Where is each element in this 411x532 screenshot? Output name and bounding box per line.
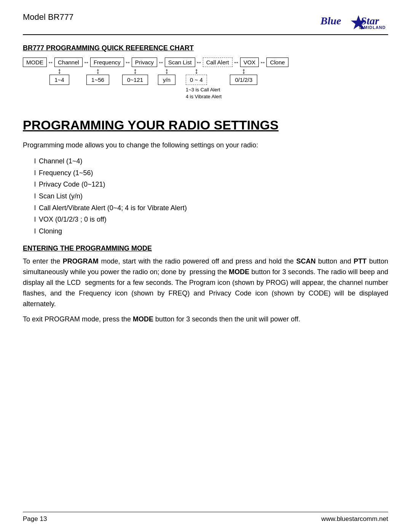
list-item-text: Frequency (1~56) xyxy=(39,167,93,179)
call-alert-note: 1~3 is Call Alert 4 is Vibrate Alert xyxy=(186,86,221,100)
val-box-vox: 0/1/2/3 xyxy=(230,75,257,85)
page-wrapper: Model BR777 Blue Star By MIDLAND BR777 P… xyxy=(0,0,411,532)
entering-heading: ENTERING THE PROGRAMMING MODE xyxy=(23,244,388,252)
val-col-frequency: ↕ 1~56 xyxy=(81,67,115,85)
footer-page: Page 13 xyxy=(23,515,47,523)
list-item-text: Call Alert/Vibrate Alert (0~4; 4 is for … xyxy=(39,202,187,214)
call-alert-note-line2: 4 is Vibrate Alert xyxy=(186,94,221,99)
flow-arrow-7: ↔ xyxy=(259,59,266,66)
intro-paragraph: Programming mode allows you to change th… xyxy=(23,140,388,151)
chart-title: BR777 PROGRAMMING QUICK REFERENCE CHART xyxy=(23,44,388,52)
list-item-text: Scan List (y/n) xyxy=(39,190,83,202)
flow-arrow-3: ↔ xyxy=(124,59,132,66)
flow-top-row: MODE ↔ Channel ↔ Frequency ↔ Privacy ↔ S… xyxy=(23,58,388,67)
list-item: VOX (0/1/2/3 ; 0 is off) xyxy=(34,214,388,225)
flow-box-scanlist: Scan List xyxy=(165,58,195,67)
val-col-callalert: ↕ 0 ~ 4 1~3 is Call Alert 4 is Vibrate A… xyxy=(186,67,221,100)
flow-box-mode: MODE xyxy=(23,58,47,67)
bold-ptt: PTT xyxy=(354,257,366,265)
val-box-frequency: 1~56 xyxy=(86,75,109,85)
val-box-privacy: 0~121 xyxy=(122,75,148,85)
list-item: Scan List (y/n) xyxy=(34,190,388,202)
logo-area: Blue Star By MIDLAND xyxy=(320,12,388,32)
flow-arrow-1: ↔ xyxy=(47,59,54,66)
svg-text:MIDLAND: MIDLAND xyxy=(364,25,386,30)
flow-arrow-5: ↔ xyxy=(195,59,203,66)
bold-scan: SCAN xyxy=(296,257,315,265)
val-box-scanlist: y/n xyxy=(158,75,175,85)
flow-box-vox: VOX xyxy=(240,58,259,67)
val-col-channel: ↕ 1~4 xyxy=(44,67,75,85)
list-item-text: VOX (0/1/2/3 ; 0 is off) xyxy=(39,214,107,225)
header: Model BR777 Blue Star By MIDLAND xyxy=(23,12,388,32)
chart-section: BR777 PROGRAMMING QUICK REFERENCE CHART … xyxy=(23,44,388,104)
val-col-scanlist: ↕ y/n xyxy=(153,67,180,85)
list-item: Privacy Code (0~121) xyxy=(34,179,388,190)
entering-section: ENTERING THE PROGRAMMING MODE To enter t… xyxy=(23,243,388,329)
list-item-text: Cloning xyxy=(39,225,62,237)
list-item: Channel (1~4) xyxy=(34,155,388,167)
val-box-channel: 1~4 xyxy=(49,75,69,85)
val-col-vox: ↕ 0/1/2/3 xyxy=(230,67,257,85)
flow-diagram: MODE ↔ Channel ↔ Frequency ↔ Privacy ↔ S… xyxy=(23,58,388,100)
list-item: Cloning xyxy=(34,225,388,237)
bold-program: PROGRAM xyxy=(63,257,99,265)
flow-box-channel: Channel xyxy=(54,58,83,67)
flow-box-callalert: Call Alert xyxy=(203,58,233,67)
list-item: Frequency (1~56) xyxy=(34,167,388,179)
main-heading: PROGRAMMING YOUR RADIO SETTINGS xyxy=(23,118,388,133)
flow-arrow-2: ↔ xyxy=(83,59,90,66)
val-col-privacy: ↕ 0~121 xyxy=(121,67,149,85)
bold-mode-2: MODE xyxy=(133,315,153,323)
svg-text:Blue: Blue xyxy=(320,15,341,27)
call-alert-note-line1: 1~3 is Call Alert xyxy=(186,87,220,93)
footer-website: www.bluestarcomm.net xyxy=(321,515,388,523)
flow-box-clone: Clone xyxy=(266,58,288,67)
flow-box-privacy: Privacy xyxy=(132,58,157,67)
entering-paragraph2: To exit PROGRAM mode, press the MODE but… xyxy=(23,314,388,325)
brand-logo: Blue Star By MIDLAND xyxy=(320,12,388,32)
bullet-list: Channel (1~4) Frequency (1~56) Privacy C… xyxy=(34,155,388,237)
flow-arrow-6: ↔ xyxy=(233,59,240,66)
footer: Page 13 www.bluestarcomm.net xyxy=(23,512,388,523)
header-rule xyxy=(23,34,388,35)
flow-box-frequency: Frequency xyxy=(90,58,124,67)
model-title: Model BR777 xyxy=(23,12,73,22)
list-item: Call Alert/Vibrate Alert (0~4; 4 is for … xyxy=(34,202,388,214)
flow-arrow-4: ↔ xyxy=(157,59,165,66)
list-item-text: Channel (1~4) xyxy=(39,155,83,167)
list-item-text: Privacy Code (0~121) xyxy=(39,179,105,190)
val-box-callalert: 0 ~ 4 xyxy=(186,75,207,85)
entering-paragraph1: To enter the PROGRAM mode, start with th… xyxy=(23,256,388,309)
bold-mode: MODE xyxy=(229,268,249,276)
